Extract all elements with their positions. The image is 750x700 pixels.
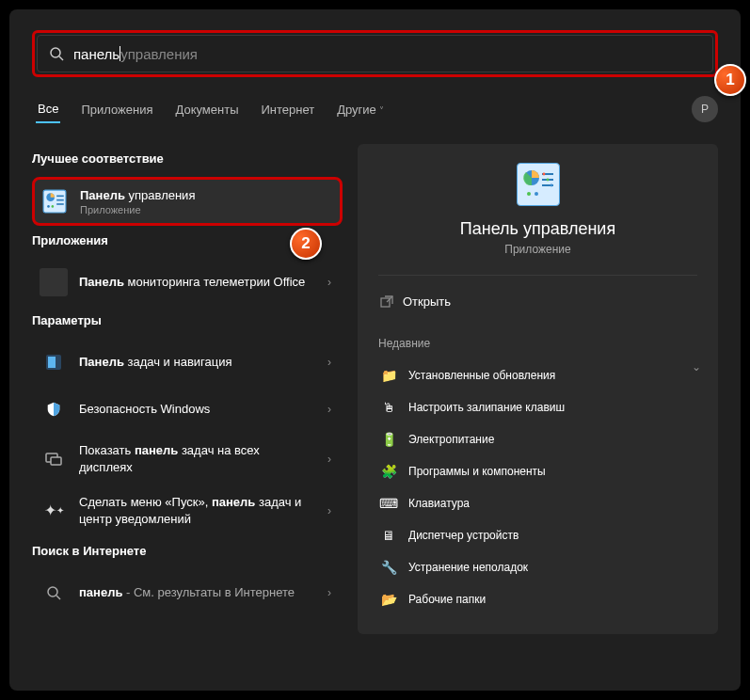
svg-point-0: [51, 48, 60, 57]
recent-heading: Недавние: [378, 337, 697, 350]
svg-point-13: [48, 587, 57, 597]
svg-point-22: [527, 192, 531, 196]
svg-point-21: [550, 184, 552, 187]
expand-chevron-icon[interactable]: ⌄: [692, 360, 701, 374]
search-suggestion: управления: [120, 46, 198, 62]
search-box[interactable]: панель управления: [37, 35, 713, 72]
tab-apps[interactable]: Приложения: [79, 97, 154, 122]
result-taskbar-nav[interactable]: Панель задач и навигация ›: [32, 339, 343, 386]
results-panel: Лучшее соответствие Панель управления Пр…: [32, 144, 343, 634]
detail-title: Панель управления: [378, 219, 697, 239]
svg-rect-5: [56, 199, 64, 201]
result-office-telemetry[interactable]: Панель мониторинга телеметрии Office ›: [32, 259, 343, 306]
chevron-right-icon: ›: [327, 453, 331, 466]
recent-item[interactable]: 🔋Электропитание: [378, 423, 697, 455]
recent-item-label: Устранение неполадок: [408, 561, 528, 574]
detail-subtitle: Приложение: [378, 243, 697, 256]
tab-documents[interactable]: Документы: [173, 97, 240, 122]
svg-point-20: [546, 179, 549, 182]
recent-item-label: Настроить залипание клавиш: [408, 401, 565, 414]
result-title: Панель задач и навигация: [79, 354, 316, 371]
recent-item[interactable]: 🔧Устранение неполадок: [378, 551, 697, 583]
chevron-right-icon: ›: [327, 403, 331, 416]
recent-item-icon: 🧩: [380, 463, 397, 480]
filter-tabs: Все Приложения Документы Интернет Другие…: [32, 96, 718, 123]
tab-internet[interactable]: Интернет: [259, 97, 316, 122]
settings-icon: [40, 348, 68, 376]
result-subtitle: Приложение: [80, 204, 334, 215]
recent-item-icon: 📂: [380, 591, 397, 608]
recent-item-icon: 🖱: [380, 399, 397, 416]
sparkle-icon: ✦✦: [40, 497, 68, 525]
svg-point-8: [52, 205, 55, 208]
recent-item-label: Электропитание: [408, 433, 494, 446]
search-typed: панель: [73, 46, 120, 62]
user-avatar[interactable]: P: [692, 96, 718, 122]
result-show-taskbar[interactable]: Показать панель задач на всех дисплеях ›: [32, 433, 343, 485]
svg-point-23: [535, 192, 538, 196]
svg-rect-24: [381, 298, 390, 307]
result-title: Сделать меню «Пуск», панель задач и цент…: [79, 494, 316, 527]
recent-item-label: Программы и компоненты: [408, 465, 546, 478]
tab-more[interactable]: Другие: [335, 97, 385, 122]
open-label: Открыть: [403, 294, 451, 309]
chevron-right-icon: ›: [327, 504, 331, 517]
recent-item-icon: 🔧: [380, 559, 397, 576]
tab-all[interactable]: Все: [36, 96, 60, 123]
search-icon: [49, 46, 64, 61]
recent-item[interactable]: 🧩Программы и компоненты: [378, 455, 697, 487]
recent-item-icon: 🔋: [380, 431, 397, 448]
result-start-taskbar[interactable]: ✦✦ Сделать меню «Пуск», панель задач и ц…: [32, 485, 343, 536]
recent-item[interactable]: 🖱Настроить залипание клавиш: [378, 391, 697, 423]
detail-app-icon: [517, 163, 560, 206]
result-web-search[interactable]: панель - См. результаты в Интернете ›: [32, 569, 343, 616]
annotation-badge-1: 1: [714, 64, 746, 96]
recent-item-icon: 🖥: [380, 527, 397, 544]
svg-rect-12: [51, 457, 61, 465]
result-title: Панель управления: [80, 187, 334, 204]
recent-item-icon: ⌨: [380, 495, 397, 512]
control-panel-icon: [40, 187, 69, 215]
recent-item-label: Клавиатура: [408, 497, 470, 510]
recent-item[interactable]: 📁Установленные обновления: [378, 359, 697, 391]
annotation-badge-2: 2: [290, 228, 322, 260]
app-icon: [40, 268, 68, 296]
svg-rect-4: [56, 196, 64, 198]
svg-line-14: [56, 596, 60, 599]
recent-item-label: Диспетчер устройств: [408, 529, 519, 542]
recent-item-label: Рабочие папки: [408, 593, 486, 606]
svg-line-1: [59, 56, 63, 60]
shield-icon: [40, 395, 68, 423]
result-title: панель - См. результаты в Интернете: [79, 584, 316, 601]
chevron-right-icon: ›: [327, 356, 331, 369]
recent-item-label: Установленные обновления: [408, 369, 555, 382]
recent-item-icon: 📁: [380, 367, 397, 384]
recent-item[interactable]: ⌨Клавиатура: [378, 487, 697, 519]
svg-point-19: [542, 173, 545, 176]
recent-item[interactable]: 📂Рабочие папки: [378, 583, 697, 615]
open-action[interactable]: Открыть: [378, 289, 697, 314]
detail-panel: Панель управления Приложение Открыть ⌄ Н…: [358, 144, 718, 634]
search-icon: [40, 579, 68, 607]
recent-item[interactable]: 🖥Диспетчер устройств: [378, 519, 697, 551]
section-settings: Параметры: [32, 313, 343, 327]
chevron-right-icon: ›: [327, 276, 331, 289]
section-best-match: Лучшее соответствие: [32, 151, 343, 166]
svg-rect-6: [56, 203, 64, 205]
result-control-panel[interactable]: Панель управления Приложение: [32, 177, 343, 226]
chevron-right-icon: ›: [327, 586, 331, 599]
svg-rect-10: [48, 357, 56, 368]
result-windows-security[interactable]: Безопасность Windows ›: [32, 386, 343, 433]
separator: [378, 275, 697, 276]
result-title: Безопасность Windows: [79, 401, 316, 418]
display-icon: [40, 445, 68, 473]
result-title: Показать панель задач на всех дисплеях: [79, 442, 316, 475]
search-box-highlight: панель управления: [32, 30, 718, 77]
svg-point-7: [47, 205, 50, 208]
section-web: Поиск в Интернете: [32, 544, 343, 558]
open-icon: [380, 295, 393, 309]
result-title: Панель мониторинга телеметрии Office: [79, 274, 316, 291]
svg-rect-2: [43, 190, 66, 213]
